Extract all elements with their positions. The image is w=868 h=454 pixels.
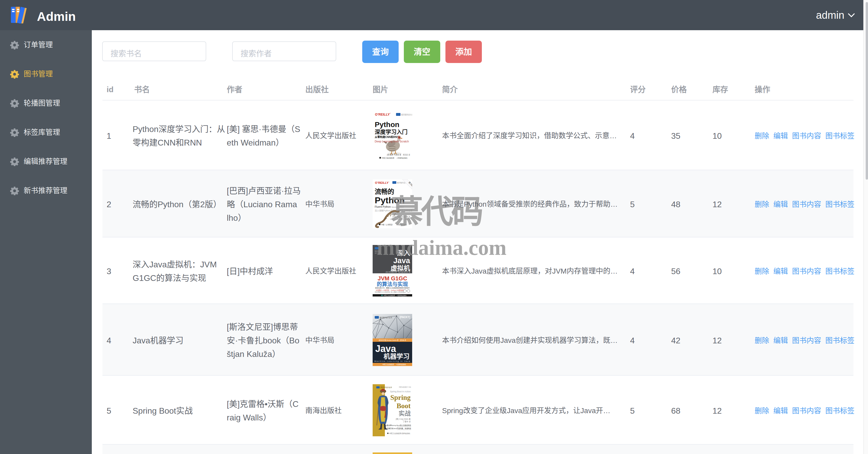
svg-text:流畅的: 流畅的: [375, 188, 394, 195]
svg-text:人民邮电出版社: 人民邮电出版社: [397, 157, 407, 159]
svg-text:JVM G1GC: JVM G1GC: [378, 275, 407, 282]
svg-text:90张图表 + 23段代码: 90张图表 + 23段代码: [376, 289, 389, 291]
svg-text:图灵程序: 图灵程序: [375, 250, 381, 252]
svg-text:Spring: Spring: [390, 394, 411, 401]
svg-text:人民邮电出版社: 人民邮电出版社: [396, 363, 406, 366]
svg-text:中国工信出版集团: 中国工信出版集团: [389, 432, 401, 434]
svg-text:深度学习入门: 深度学习入门: [375, 129, 407, 135]
svg-text:中图（上海家园）: 中图（上海家园）: [381, 224, 394, 226]
svg-text:Deep Learning from Scratch: Deep Learning from Scratch: [375, 140, 409, 143]
svg-text:中国工信出版集团: 中国工信出版集团: [382, 157, 394, 159]
svg-text:设计丛书: 设计丛书: [375, 252, 381, 254]
svg-text:机器学习: 机器学习: [383, 353, 409, 360]
svg-text:Java: Java: [393, 256, 410, 265]
svg-text:中国工信出版集团: 中国工信出版集团: [383, 294, 395, 296]
svg-text:閃图 编辑推荐 书系: 閃图 编辑推荐 书系: [399, 386, 411, 388]
svg-text:实战: 实战: [399, 410, 411, 417]
svg-text:Python: Python: [375, 120, 399, 129]
svg-text:深入: 深入: [397, 249, 410, 257]
svg-text:丁雪丰 译: 丁雪丰 译: [403, 420, 411, 423]
svg-text:图灵程序设计丛书: 图灵程序设计丛书: [380, 316, 392, 319]
svg-text:人民邮电出版社: 人民邮电出版社: [400, 432, 410, 434]
svg-text:O’REILLY´: O’REILLY´: [375, 113, 391, 116]
svg-text:[日] 中村成洋 著 吴炎昌 杨文轩 译: [日] 中村成洋 著 吴炎昌 杨文轩 译: [385, 271, 410, 273]
svg-text:[巴西] 卢西亚诺·拉马略 著: [巴西] 卢西亚诺·拉马略 著: [392, 216, 410, 218]
svg-text:[美] 塞思·韦德曼 著 郑天民 译: [美] 塞思·韦德曼 著 郑天民 译: [387, 153, 410, 156]
svg-text:Java: Java: [375, 343, 396, 354]
svg-text:HotSpot VM源码解析: HotSpot VM源码解析: [391, 289, 404, 291]
svg-text:轻松理解G1GC基本算法: 轻松理解G1GC基本算法: [375, 291, 390, 293]
svg-text:Spring Boot in Action: Spring Boot in Action: [390, 390, 411, 393]
svg-text:（Luciano Ramalho） 梅亮 译: （Luciano Ramalho） 梅亮 译: [389, 218, 410, 220]
svg-text:的算法与实现: 的算法与实现: [377, 281, 408, 287]
svg-text:Machine Learning in Java: Machine Learning in Java: [374, 360, 410, 362]
svg-text:[PACKT]: [PACKT]: [400, 316, 410, 319]
svg-text:Python: Python: [375, 195, 405, 205]
svg-text:中国工信出版集团: 中国工信出版集团: [382, 363, 394, 366]
svg-text:人民邮电出版社: 人民邮电出版社: [396, 224, 407, 226]
svg-text:[斯洛文尼亚] Boštjan Kaluža 著 武传海 译: [斯洛文尼亚] Boštjan Kaluža 著 武传海 译: [379, 339, 406, 341]
svg-text:[美] Craig Walls 著: [美] Craig Walls 著: [396, 418, 411, 420]
svg-text:掌握高效Java开发利器，快速构建: 掌握高效Java开发利器，快速构建: [387, 427, 411, 429]
svg-text:深入理解GC优化配置: 深入理解GC优化配置: [391, 291, 405, 293]
svg-text:O’REILLY´: O’REILLY´: [375, 181, 390, 184]
svg-text:图灵程序设计丛书: 图灵程序设计丛书: [380, 386, 392, 389]
svg-text:虚拟机: 虚拟机: [391, 264, 410, 272]
svg-text:Boot: Boot: [397, 402, 411, 410]
svg-text:从零构建CNN和RNN: 从零构建CNN和RNN: [375, 135, 399, 139]
svg-text:图灵程序设计丛书: 图灵程序设计丛书: [401, 113, 412, 116]
svg-text:人民邮电出版社: 人民邮电出版社: [397, 294, 407, 296]
svg-text:结合实用JVM，图解Java垃圾回收机制的关键技术: 结合实用JVM，图解Java垃圾回收机制的关键技术: [375, 287, 410, 289]
svg-text:全面诠释Spring Boot核心功能和特性: 全面诠释Spring Boot核心功能和特性: [385, 424, 411, 426]
